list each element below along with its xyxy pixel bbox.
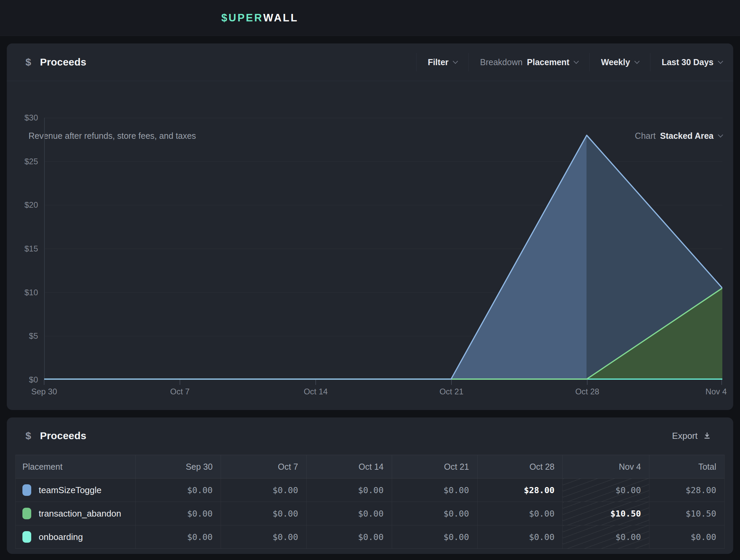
column-header: Oct 21	[392, 455, 477, 478]
export-button[interactable]: Export	[672, 431, 711, 441]
dollar-icon: $	[25, 430, 31, 442]
proceeds-table: Placement Sep 30 Oct 7 Oct 14 Oct 21 Oct…	[15, 455, 725, 549]
x-tick	[587, 380, 588, 385]
chevron-down-icon	[634, 58, 640, 64]
chevron-down-icon	[453, 58, 458, 64]
value-cell: $0.00	[392, 479, 477, 502]
y-axis-label: $15	[7, 244, 38, 254]
y-axis-label: $0	[7, 375, 38, 385]
x-axis-label: Oct 14	[294, 387, 338, 396]
table-row: transaction_abandon $0.00 $0.00 $0.00 $0…	[16, 502, 724, 525]
column-header: Oct 14	[306, 455, 392, 478]
divider	[589, 53, 590, 71]
superwall-logo[interactable]: $UPERWALL	[221, 0, 298, 36]
x-axis-label: Oct 7	[158, 387, 202, 396]
value-cell: $0.00	[306, 525, 392, 548]
proceeds-table-card: $ Proceeds Export Placement Sep 30 Oct 7…	[7, 417, 733, 554]
value-cell: $0.00	[135, 502, 221, 525]
table-card-header: $ Proceeds Export	[7, 417, 733, 454]
placement-name-cell: transaction_abandon	[16, 502, 135, 525]
divider	[416, 53, 417, 71]
chart-card-header: $ Proceeds Filter Breakdown Placement We…	[7, 43, 733, 81]
column-header: Total	[649, 455, 724, 478]
column-header-placement: Placement	[16, 455, 135, 478]
x-tick	[451, 380, 452, 385]
logo-rest: WALL	[263, 12, 298, 24]
placement-name: teamSizeToggle	[39, 485, 101, 496]
topbar: $UPERWALL	[0, 0, 740, 36]
logo-accent: $UPER	[221, 12, 263, 24]
placement-name-cell: teamSizeToggle	[16, 479, 135, 502]
breakdown-dropdown[interactable]: Breakdown Placement	[480, 57, 578, 67]
area-teamsizetoggle-complete	[44, 135, 587, 380]
export-label: Export	[672, 431, 698, 441]
value-cell: $0.00	[306, 479, 392, 502]
value-cell: $0.00	[135, 525, 221, 548]
series-swatch-green	[22, 508, 31, 519]
chart-card-title: Proceeds	[40, 56, 87, 68]
x-tick	[315, 380, 316, 385]
total-cell: $28.00	[649, 479, 724, 502]
breakdown-label: Breakdown	[480, 57, 522, 67]
value-cell-incomplete: $0.00	[562, 479, 649, 502]
chart-controls: Filter Breakdown Placement Weekly Last 3…	[416, 43, 722, 81]
value-cell: $0.00	[221, 502, 306, 525]
stacked-area-chart[interactable]	[44, 118, 722, 380]
table-row: onboarding $0.00 $0.00 $0.00 $0.00 $0.00…	[16, 525, 724, 549]
column-header: Oct 7	[221, 455, 306, 478]
download-icon	[703, 431, 711, 440]
chevron-down-icon	[574, 58, 579, 64]
y-axis-label: $30	[7, 113, 38, 123]
series-swatch-cyan	[22, 531, 31, 543]
divider	[468, 53, 469, 71]
placement-name: onboarding	[39, 532, 83, 542]
value-cell: $0.00	[306, 502, 392, 525]
value-cell: $0.00	[477, 525, 563, 548]
x-axis-label: Oct 28	[565, 387, 609, 396]
y-axis-label: $20	[7, 200, 38, 210]
period-dropdown[interactable]: Weekly	[601, 57, 639, 67]
y-axis-label: $5	[7, 331, 38, 341]
value-cell: $0.00	[221, 525, 306, 548]
value-cell: $0.00	[477, 502, 563, 525]
value-cell: $0.00	[392, 525, 477, 548]
table-card-title: Proceeds	[40, 430, 87, 442]
value-cell-incomplete: $0.00	[562, 525, 649, 548]
table-row: teamSizeToggle $0.00 $0.00 $0.00 $0.00 $…	[16, 479, 724, 502]
placement-name: transaction_abandon	[39, 508, 121, 519]
column-header: Sep 30	[135, 455, 221, 478]
y-axis-label: $10	[7, 287, 38, 298]
value-cell: $0.00	[135, 479, 221, 502]
y-axis-label: $25	[7, 156, 38, 167]
date-range-dropdown[interactable]: Last 30 Days	[662, 57, 722, 67]
chevron-down-icon	[718, 58, 723, 64]
x-tick	[180, 380, 180, 385]
value-cell-highlight-incomplete: $10.50	[562, 502, 649, 525]
placement-name-cell: onboarding	[16, 525, 135, 548]
divider	[650, 53, 650, 71]
filter-dropdown[interactable]: Filter	[428, 57, 457, 67]
total-cell: $10.50	[649, 502, 724, 525]
breakdown-value: Placement	[527, 57, 569, 67]
x-axis-label: Nov 4	[683, 387, 727, 396]
x-tick	[44, 380, 44, 385]
table-header-row: Placement Sep 30 Oct 7 Oct 14 Oct 21 Oct…	[16, 455, 724, 479]
dollar-icon: $	[25, 56, 31, 68]
column-header: Nov 4	[562, 455, 649, 478]
value-cell-highlight: $28.00	[477, 479, 563, 502]
page: $UPERWALL $ Proceeds Filter Breakdown Pl…	[0, 0, 740, 560]
range-value: Last 30 Days	[662, 57, 714, 67]
total-cell: $0.00	[649, 525, 724, 548]
value-cell: $0.00	[392, 502, 477, 525]
x-tick	[721, 380, 722, 385]
column-header: Oct 28	[477, 455, 563, 478]
filter-label: Filter	[428, 57, 448, 67]
x-axis-label: Sep 30	[22, 387, 66, 396]
value-cell: $0.00	[221, 479, 306, 502]
period-value: Weekly	[601, 57, 630, 67]
series-swatch-blue	[22, 484, 31, 496]
proceeds-chart-card: $ Proceeds Filter Breakdown Placement We…	[7, 43, 733, 410]
x-axis-label: Oct 21	[429, 387, 474, 396]
